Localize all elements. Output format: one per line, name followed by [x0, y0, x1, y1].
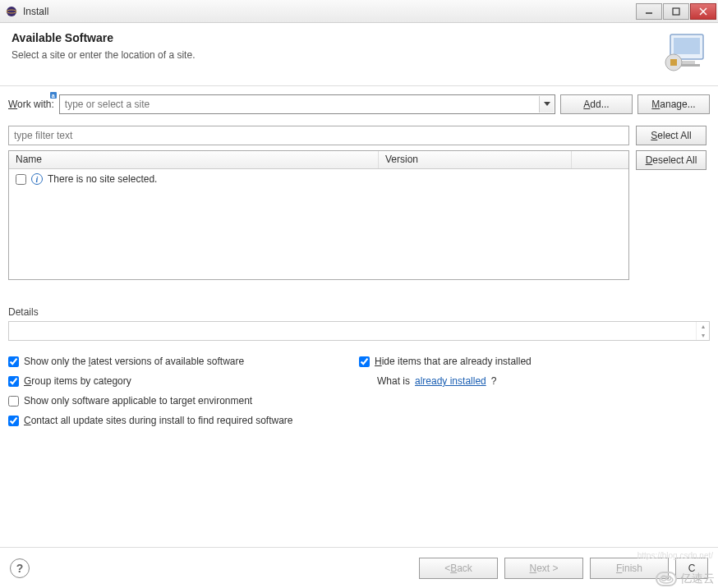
eclipse-icon: [5, 5, 18, 18]
row-checkbox[interactable]: [16, 174, 26, 185]
filter-input[interactable]: [8, 126, 629, 145]
target-environment-checkbox[interactable]: Show only software applicable to target …: [8, 395, 359, 407]
table-header: Name Version: [9, 151, 628, 169]
manage-button[interactable]: Manage...: [637, 94, 710, 114]
show-latest-checkbox[interactable]: Show only the latest versions of availab…: [8, 356, 359, 367]
footer: ? < Back Next > Finish C: [0, 547, 718, 588]
deselect-all-button[interactable]: Deselect All: [636, 150, 706, 170]
work-with-label: Work with: a: [8, 99, 54, 110]
titlebar: Install: [0, 0, 718, 23]
window-title: Install: [23, 6, 636, 17]
contact-sites-checkbox[interactable]: Contact all update sites during install …: [8, 415, 710, 426]
close-button[interactable]: [690, 3, 716, 20]
details-box[interactable]: ▴ ▾: [8, 321, 710, 341]
svg-rect-7: [674, 38, 700, 54]
watermark-url: https://blog.csdn.net/: [637, 551, 713, 560]
group-by-category-checkbox[interactable]: Group items by category: [8, 375, 359, 387]
info-icon: i: [31, 173, 43, 185]
already-installed-link-row: What is already installed ?: [359, 375, 710, 387]
work-with-combo[interactable]: [59, 94, 555, 114]
scroll-up-icon[interactable]: ▴: [697, 322, 709, 331]
work-with-input[interactable]: [65, 99, 538, 110]
help-icon[interactable]: ?: [10, 558, 30, 578]
add-button[interactable]: Add...: [560, 94, 633, 114]
select-all-button[interactable]: Select All: [636, 126, 706, 145]
already-installed-link[interactable]: already installed: [415, 375, 486, 387]
minimize-button[interactable]: [636, 3, 662, 20]
svg-rect-3: [673, 8, 679, 15]
banner: Available Software Select a site or ente…: [0, 23, 718, 86]
hide-installed-checkbox[interactable]: Hide items that are already installed: [359, 356, 710, 367]
page-description: Select a site or enter the location of a…: [12, 49, 662, 61]
table-row[interactable]: i There is no site selected.: [9, 171, 628, 187]
svg-rect-12: [670, 59, 677, 66]
finish-button[interactable]: Finish: [590, 558, 669, 579]
row-text: There is no site selected.: [48, 173, 157, 185]
column-name[interactable]: Name: [9, 151, 379, 168]
column-version[interactable]: Version: [379, 151, 572, 168]
cancel-button[interactable]: C: [675, 558, 708, 579]
back-button[interactable]: < Back: [419, 558, 498, 579]
details-scrollbar[interactable]: ▴ ▾: [696, 322, 709, 340]
details-label: Details: [8, 306, 710, 318]
content-assist-badge-icon: a: [50, 92, 57, 99]
column-spare: [572, 151, 628, 168]
scroll-down-icon[interactable]: ▾: [697, 331, 709, 340]
software-table: Name Version i There is no site selected…: [8, 150, 629, 280]
svg-point-0: [7, 7, 16, 16]
maximize-button[interactable]: [663, 3, 689, 20]
next-button[interactable]: Next >: [504, 558, 583, 579]
install-graphic-icon: [662, 31, 708, 72]
page-title: Available Software: [12, 31, 662, 44]
chevron-down-icon[interactable]: [539, 96, 554, 113]
